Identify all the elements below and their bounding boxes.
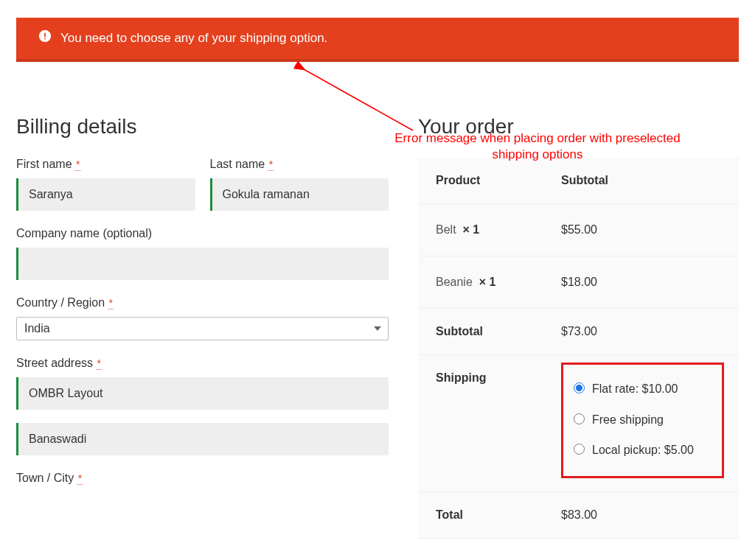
billing-title: Billing details	[16, 115, 389, 139]
required-marker: *	[75, 158, 80, 171]
error-message: You need to choose any of your shipping …	[60, 31, 327, 45]
company-label: Company name (optional)	[16, 227, 389, 240]
required-marker: *	[268, 158, 274, 171]
order-header-product: Product	[436, 174, 561, 187]
shipping-radio-flat-rate[interactable]	[574, 382, 585, 393]
first-name-label: First name *	[16, 158, 195, 171]
svg-rect-2	[44, 38, 46, 40]
shipping-radio-free[interactable]	[574, 413, 585, 424]
order-subtotal-row: Subtotal $73.00	[418, 309, 739, 355]
shipping-option[interactable]: Flat rate: $10.00	[571, 374, 714, 405]
shipping-option-label: Flat rate: $10.00	[592, 381, 678, 397]
street-label: Street address *	[16, 357, 389, 370]
shipping-option[interactable]: Free shipping	[571, 405, 714, 435]
order-item-row: Belt × 1 $55.00	[418, 204, 739, 256]
order-total-row: Total $83.00	[418, 492, 739, 539]
required-marker: *	[108, 297, 114, 309]
street-address-2-field[interactable]	[16, 423, 389, 455]
order-header-subtotal: Subtotal	[561, 174, 721, 187]
alert-icon	[38, 29, 52, 46]
city-label: Town / City *	[16, 472, 389, 485]
last-name-label: Last name *	[210, 158, 389, 171]
svg-rect-1	[44, 32, 46, 37]
order-summary-table: Product Subtotal Belt × 1 $55.00 Beanie …	[418, 158, 739, 539]
order-shipping-row: Shipping Flat rate: $10.00 Free shipping	[418, 355, 739, 492]
country-select[interactable]: India	[16, 317, 389, 340]
required-marker: *	[97, 357, 102, 370]
company-field[interactable]	[16, 248, 389, 280]
shipping-option-label: Local pickup: $5.00	[592, 442, 694, 458]
shipping-radio-local-pickup[interactable]	[574, 444, 585, 455]
last-name-field[interactable]	[210, 178, 389, 211]
error-banner: You need to choose any of your shipping …	[16, 18, 739, 62]
shipping-options-highlight: Flat rate: $10.00 Free shipping Local pi…	[561, 363, 724, 478]
shipping-option-label: Free shipping	[592, 412, 664, 428]
street-address-1-field[interactable]	[16, 377, 389, 410]
required-marker: *	[77, 472, 83, 485]
order-title: Your order	[418, 115, 739, 139]
first-name-field[interactable]	[16, 178, 195, 211]
country-label: Country / Region *	[16, 296, 389, 309]
order-item-row: Beanie × 1 $18.00	[418, 256, 739, 309]
shipping-option[interactable]: Local pickup: $5.00	[571, 435, 714, 466]
